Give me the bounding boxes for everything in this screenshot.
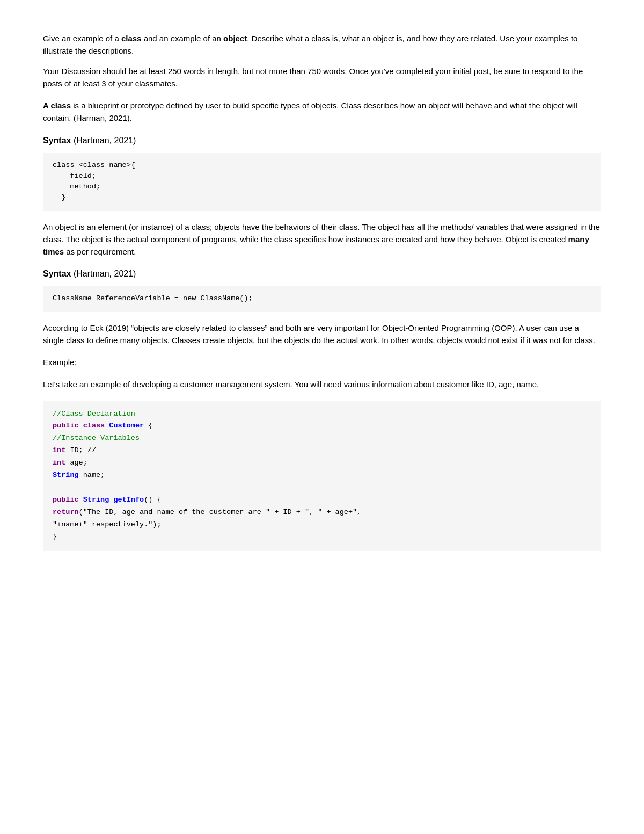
syntax1-heading: Syntax (Hartman, 2021) (43, 134, 601, 147)
intro-paragraph1: Give an example of a class and an exampl… (43, 32, 601, 57)
a-class-bold: A class (43, 101, 71, 110)
java-code-block: //Class Declaration public class Custome… (43, 401, 601, 551)
code-line-comment-decl: //Class Declaration (53, 408, 591, 420)
oop-paragraph-section: According to Eck (2019) “objects are clo… (43, 322, 601, 347)
code-line-close: } (53, 531, 591, 543)
many-times-bold: many times (43, 235, 589, 256)
intro-paragraph2: Your Discussion should be at least 250 w… (43, 65, 601, 90)
code-line-return1: return("The ID, age and name of the cust… (53, 506, 591, 519)
class-definition-section: A class is a blueprint or prototype defi… (43, 99, 601, 125)
page-content: Give an example of a class and an exampl… (43, 32, 601, 551)
code-line-return2: "+name+" respectively."); (53, 519, 591, 531)
code-line-name: String name; (53, 469, 591, 482)
oop-paragraph: According to Eck (2019) “objects are clo… (43, 322, 601, 347)
syntax1-code: class <class_name>{ field; method; } (43, 153, 601, 211)
code-line-method: public String getInfo() { (53, 494, 591, 506)
syntax2-section: Syntax (Hartman, 2021) ClassName Referen… (43, 267, 601, 311)
syntax2-heading: Syntax (Hartman, 2021) (43, 267, 601, 280)
object-definition-paragraph: An object is an element (or instance) of… (43, 221, 601, 258)
syntax1-label: Syntax (43, 136, 71, 145)
syntax1-citation: (Hartman, 2021) (74, 136, 136, 145)
object-definition-section: An object is an element (or instance) of… (43, 221, 601, 258)
intro-section: Give an example of a class and an exampl… (43, 32, 601, 90)
code-line-comment-instance: //Instance Variables (53, 432, 591, 445)
class-definition-paragraph: A class is a blueprint or prototype defi… (43, 99, 601, 125)
code-line-class: public class Customer { (53, 420, 591, 432)
bold-class: class (121, 34, 142, 43)
code-line-blank (53, 482, 591, 494)
bold-object: object (223, 34, 247, 43)
example-intro-paragraph: Let's take an example of developing a cu… (43, 378, 601, 390)
syntax1-section: Syntax (Hartman, 2021) class <class_name… (43, 134, 601, 211)
code-line-age: int age; (53, 457, 591, 469)
syntax2-citation: (Hartman, 2021) (74, 269, 136, 278)
code-line-id: int ID; // (53, 445, 591, 457)
syntax2-code: ClassName ReferenceVariable = new ClassN… (43, 286, 601, 311)
example-label-section: Example: (43, 356, 601, 368)
example-label: Example: (43, 356, 601, 368)
example-intro-section: Let's take an example of developing a cu… (43, 378, 601, 390)
syntax2-label: Syntax (43, 269, 71, 278)
